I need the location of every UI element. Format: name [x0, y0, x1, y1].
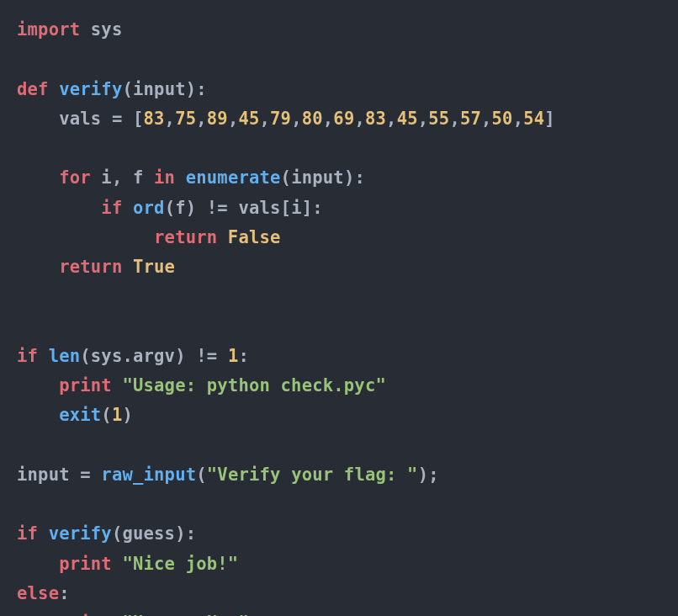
code-line: import sys [17, 19, 122, 40]
code-block: import sys def verify(input): vals = [83… [0, 0, 678, 616]
code-line: vals = [83,75,89,45,79,80,69,83,45,55,57… [17, 109, 555, 129]
code-line: print "Nice job!" [17, 554, 238, 574]
code-line: print "Hmmmm. No." [17, 613, 249, 616]
code-line: print "Usage: python check.pyc" [17, 375, 386, 396]
code-line: for i, f in enumerate(input): [17, 167, 365, 188]
code-line: else: [17, 583, 70, 603]
code-line: def verify(input): [17, 79, 207, 99]
code-line: if verify(guess): [17, 523, 196, 544]
code-line: input = raw_input("Verify your flag: "); [17, 465, 439, 485]
code-line: if len(sys.argv) != 1: [17, 346, 249, 366]
code-line: if ord(f) != vals[i]: [17, 198, 323, 218]
code-line: exit(1) [17, 405, 133, 425]
code-line: return True [17, 257, 175, 277]
code-line: return False [17, 227, 281, 247]
